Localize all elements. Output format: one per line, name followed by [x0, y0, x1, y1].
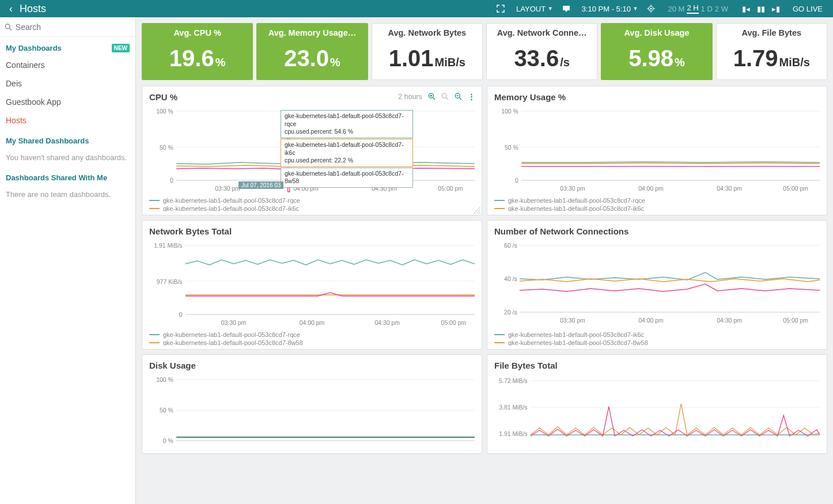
svg-text:05:00 pm: 05:00 pm [441, 320, 467, 326]
card-controls: 2 hours ⋮ [398, 92, 476, 101]
card-disk: Disk Usage 100 % 50 % 0 % [142, 354, 482, 454]
svg-text:0: 0 [179, 312, 183, 318]
time-range-label[interactable]: 3:10 PM - 5:10 ▼ [582, 5, 638, 13]
search-box[interactable] [0, 17, 135, 37]
svg-text:1.91 MiB/s: 1.91 MiB/s [154, 242, 182, 249]
svg-text:50 %: 50 % [160, 145, 173, 151]
svg-text:1.91 MiB/s: 1.91 MiB/s [499, 431, 527, 437]
zoom-out-icon[interactable] [455, 93, 462, 100]
svg-rect-0 [563, 6, 570, 10]
svg-text:0 %: 0 % [163, 438, 173, 444]
kpi-label: Avg. Memory Usage… [264, 28, 360, 37]
kpi-card[interactable]: Avg. File Bytes1.79MiB/s [716, 23, 827, 80]
svg-line-12 [460, 98, 462, 100]
memory-chart[interactable]: 100 % 50 % 0 03:30 pm 04:00 pm 04:30 pm … [494, 107, 820, 193]
range-20m[interactable]: 20 M [668, 5, 684, 13]
sidebar-item-containers[interactable]: Containers [0, 56, 135, 74]
tooltip-stack: gke-kubernetes-lab1-default-pool-053c8cd… [281, 110, 413, 188]
annotation-icon[interactable] [562, 5, 573, 13]
legend: gke-kubernetes-lab1-default-pool-053c8cd… [149, 196, 475, 211]
kpi-row: Avg. CPU %19.6%Avg. Memory Usage…23.0%Av… [142, 23, 827, 80]
svg-text:977 KiB/s: 977 KiB/s [157, 279, 183, 285]
svg-text:03:30 pm: 03:30 pm [560, 185, 585, 192]
tooltip-2: gke-kubernetes-lab1-default-pool-053c8cd… [281, 139, 413, 167]
legend: gke-kubernetes-lab1-default-pool-053c8cd… [149, 331, 475, 346]
tooltip-3: gke-kubernetes-lab1-default-pool-053c8cd… [281, 168, 413, 188]
sidebar-item-guestbook[interactable]: Guestbook App [0, 93, 135, 111]
kpi-value: 33.6/s [494, 46, 590, 71]
svg-text:04:30 pm: 04:30 pm [375, 320, 400, 326]
svg-text:20 /s: 20 /s [504, 309, 517, 316]
kpi-value: 1.01MiB/s [379, 46, 475, 71]
kpi-card[interactable]: Avg. Disk Usage5.98% [601, 23, 712, 80]
svg-text:05:00 pm: 05:00 pm [783, 317, 808, 324]
kpi-card[interactable]: Avg. Network Conne…33.6/s [486, 23, 597, 80]
netbytes-chart[interactable]: 1.91 MiB/s 977 KiB/s 0 03:30 pm 04:00 pm… [149, 241, 475, 327]
topbar: ‹ Hosts LAYOUT ▼ 3:10 PM - 5:10 ▼ 20 M 2… [0, 0, 833, 17]
kpi-label: Avg. Network Conne… [494, 28, 590, 37]
sidebar: My Dashboards NEW Containers Deis Guestb… [0, 17, 136, 504]
page-title: Hosts [20, 3, 46, 15]
range-2h[interactable]: 2 H [687, 3, 698, 14]
sidebar-head-sharedwithme[interactable]: Dashboards Shared With Me [0, 166, 135, 185]
svg-text:50 %: 50 % [505, 145, 518, 151]
back-icon[interactable]: ‹ [6, 3, 16, 14]
svg-text:50 %: 50 % [160, 407, 173, 414]
tooltip-1: gke-kubernetes-lab1-default-pool-053c8cd… [281, 110, 413, 138]
range-label: 2 hours [398, 93, 422, 101]
sidebar-head-my-dashboards[interactable]: My Dashboards NEW [0, 37, 135, 56]
card-netbytes: Network Bytes Total 1.91 MiB/s 977 KiB/s… [142, 220, 482, 350]
svg-text:0: 0 [170, 177, 173, 184]
svg-text:03:30 pm: 03:30 pm [221, 320, 247, 326]
kpi-value: 23.0% [264, 46, 360, 71]
timestamp-tag: Jul 07, 2016 03 [238, 181, 283, 189]
pause-icon[interactable]: ▮▮ [757, 5, 765, 13]
svg-text:60 /s: 60 /s [504, 242, 517, 249]
svg-text:100 %: 100 % [156, 377, 173, 383]
fullscreen-icon[interactable] [497, 5, 507, 13]
svg-line-10 [446, 98, 449, 100]
card-title: Disk Usage [149, 361, 475, 370]
zoom-reset-icon[interactable] [441, 93, 449, 100]
legend: gke-kubernetes-lab1-default-pool-053c8cd… [494, 196, 820, 211]
resize-handle-icon[interactable] [474, 207, 480, 214]
sidebar-head-shared[interactable]: My Shared Dashboards [0, 130, 135, 149]
target-icon[interactable] [647, 5, 657, 13]
svg-text:05:00 pm: 05:00 pm [438, 185, 463, 192]
go-live-button[interactable]: GO LIVE [793, 5, 823, 13]
svg-text:04:30 pm: 04:30 pm [717, 185, 742, 192]
kpi-label: Avg. CPU % [149, 28, 245, 37]
sidebar-item-hosts[interactable]: Hosts [0, 111, 135, 130]
kpi-card[interactable]: Avg. Memory Usage…23.0% [256, 23, 368, 80]
sidebar-note-team: There are no team dashboards. [0, 185, 135, 203]
svg-text:04:00 pm: 04:00 pm [300, 320, 325, 326]
kpi-card[interactable]: Avg. Network Bytes1.01MiB/s [372, 23, 483, 80]
svg-text:04:00 pm: 04:00 pm [638, 317, 664, 324]
range-1d[interactable]: 1 D [701, 5, 713, 13]
svg-text:05:00 pm: 05:00 pm [783, 185, 808, 192]
search-input[interactable] [16, 22, 131, 32]
sidebar-note-shared: You haven't shared any dashboards. [0, 149, 135, 166]
disk-chart[interactable]: 100 % 50 % 0 % [149, 375, 475, 450]
cpu-chart[interactable]: 100 % 50 % 0 03:30 pm [149, 107, 475, 193]
card-filebytes: File Bytes Total 5.72 MiB/s 3.81 MiB/s 1… [487, 354, 827, 454]
skip-forward-icon[interactable]: ▸▮ [772, 5, 780, 13]
kpi-card[interactable]: Avg. CPU %19.6% [142, 23, 253, 80]
netconn-chart[interactable]: 60 /s 40 /s 20 /s 03:30 pm 04:00 pm 04:3… [494, 241, 820, 327]
filebytes-chart[interactable]: 5.72 MiB/s 3.81 MiB/s 1.91 MiB/s [494, 375, 820, 450]
sidebar-item-deis[interactable]: Deis [0, 74, 135, 93]
kpi-label: Avg. File Bytes [724, 28, 820, 37]
skip-back-icon[interactable]: ▮◂ [742, 5, 750, 13]
zoom-in-icon[interactable] [428, 93, 436, 100]
card-memory: Memory Usage % 100 % 50 % 0 03:30 pm 04:… [487, 86, 827, 215]
more-icon[interactable]: ⋮ [468, 92, 476, 101]
svg-text:40 /s: 40 /s [504, 276, 517, 282]
layout-dropdown[interactable]: LAYOUT ▼ [516, 5, 553, 13]
playback-controls: ▮◂ ▮▮ ▸▮ [739, 5, 783, 13]
range-2w[interactable]: 2 W [715, 5, 728, 13]
card-cpu: CPU % 2 hours ⋮ 100 % 50 % 0 [142, 86, 482, 215]
card-title: Number of Network Connections [494, 226, 820, 236]
svg-text:100 %: 100 % [156, 108, 173, 115]
svg-text:0: 0 [515, 177, 518, 184]
kpi-label: Avg. Network Bytes [379, 28, 475, 37]
